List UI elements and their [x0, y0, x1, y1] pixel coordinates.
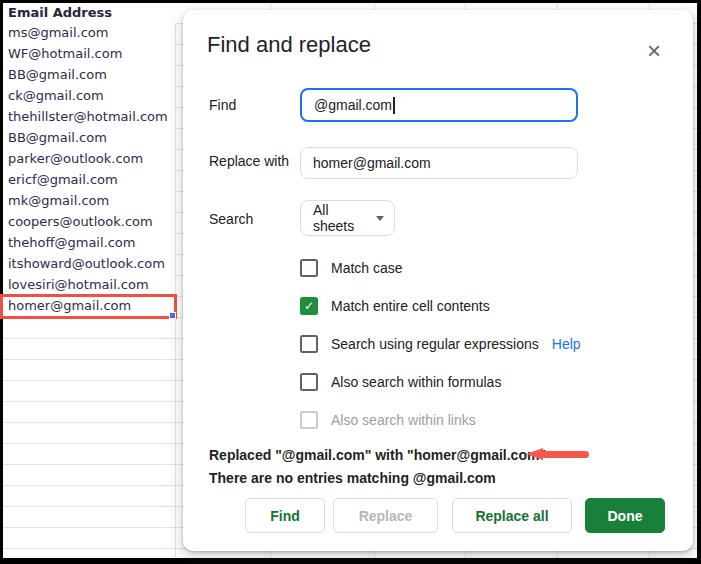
- replace-with-label: Replace with: [209, 153, 289, 169]
- arrow-head: [526, 448, 543, 460]
- replace-input-value: homer@gmail.com: [313, 155, 431, 171]
- check-icon: ✓: [304, 300, 314, 312]
- sheet-cell[interactable]: thehillster@hotmail.com: [3, 107, 175, 127]
- search-scope-value: All sheets: [313, 202, 367, 234]
- replace-all-button[interactable]: Replace all: [452, 498, 572, 533]
- column-gridline: [175, 3, 176, 558]
- column-header-email-address: Email Address: [3, 3, 180, 23]
- search-label: Search: [209, 211, 253, 227]
- checkbox: ✓: [300, 411, 318, 429]
- sheet-cell[interactable]: lovesiri@hotmail.com: [3, 275, 175, 295]
- checkbox[interactable]: ✓: [300, 335, 318, 353]
- find-button[interactable]: Find: [245, 498, 325, 533]
- checkbox[interactable]: ✓: [300, 373, 318, 391]
- checkbox-row-regular-expressions[interactable]: ✓ Search using regular expressions Help: [300, 335, 581, 353]
- arrow-shaft: [543, 451, 589, 458]
- sheet-cell[interactable]: BB@gmail.com: [3, 128, 175, 148]
- text-caret: [393, 97, 395, 114]
- screenshot-frame: Email Address ms@gmail.comWF@hotmail.com…: [0, 0, 701, 564]
- annotation-arrow-icon: [526, 448, 589, 460]
- sheet-cell[interactable]: BB@gmail.com: [3, 65, 175, 85]
- find-input[interactable]: @gmail.com: [300, 88, 578, 122]
- status-no-entries-message: There are no entries matching @gmail.com: [209, 470, 496, 487]
- sheet-cell[interactable]: parker@outlook.com: [3, 149, 175, 169]
- replace-button[interactable]: Replace: [333, 498, 438, 533]
- find-and-replace-dialog: Find and replace × Find @gmail.com Repla…: [183, 10, 693, 551]
- sheet-cell[interactable]: ericf@gmail.com: [3, 170, 175, 190]
- checkbox[interactable]: ✓: [300, 259, 318, 277]
- sheet-cell[interactable]: WF@hotmail.com: [3, 44, 175, 64]
- help-link[interactable]: Help: [552, 336, 581, 352]
- sheet-cell[interactable]: mk@gmail.com: [3, 191, 175, 211]
- checkbox-label: Search using regular expressions: [331, 336, 539, 352]
- replace-input[interactable]: homer@gmail.com: [300, 147, 578, 179]
- checkbox-label: Match entire cell contents: [331, 298, 490, 314]
- selected-cell-highlight: [0, 294, 177, 319]
- dialog-title: Find and replace: [207, 32, 371, 58]
- chevron-down-icon: [376, 216, 384, 221]
- checkbox-row-match-case[interactable]: ✓ Match case: [300, 259, 403, 277]
- sheet-cell[interactable]: thehoff@gmail.com: [3, 233, 175, 253]
- checkbox-row-search-links: ✓ Also search within links: [300, 411, 476, 429]
- checkbox-row-search-formulas[interactable]: ✓ Also search within formulas: [300, 373, 501, 391]
- checkbox-label: Match case: [331, 260, 403, 276]
- cell-fill-handle[interactable]: [169, 312, 176, 319]
- checkbox[interactable]: ✓: [300, 297, 318, 315]
- sheet-cell[interactable]: itshoward@outlook.com: [3, 254, 175, 274]
- sheet-cell[interactable]: coopers@outlook.com: [3, 212, 175, 232]
- close-icon[interactable]: ×: [647, 40, 661, 62]
- search-scope-select[interactable]: All sheets: [300, 200, 395, 236]
- checkbox-label: Also search within formulas: [331, 374, 501, 390]
- done-button[interactable]: Done: [585, 498, 665, 533]
- sheet-cell[interactable]: ms@gmail.com: [3, 23, 175, 43]
- checkbox-row-match-entire-cell[interactable]: ✓ Match entire cell contents: [300, 297, 490, 315]
- status-replaced-message: Replaced "@gmail.com" with "homer@gmail.…: [209, 447, 546, 464]
- checkbox-label: Also search within links: [331, 412, 476, 428]
- sheet-cell[interactable]: ck@gmail.com: [3, 86, 175, 106]
- find-input-value: @gmail.com: [314, 97, 392, 113]
- find-label: Find: [209, 97, 236, 113]
